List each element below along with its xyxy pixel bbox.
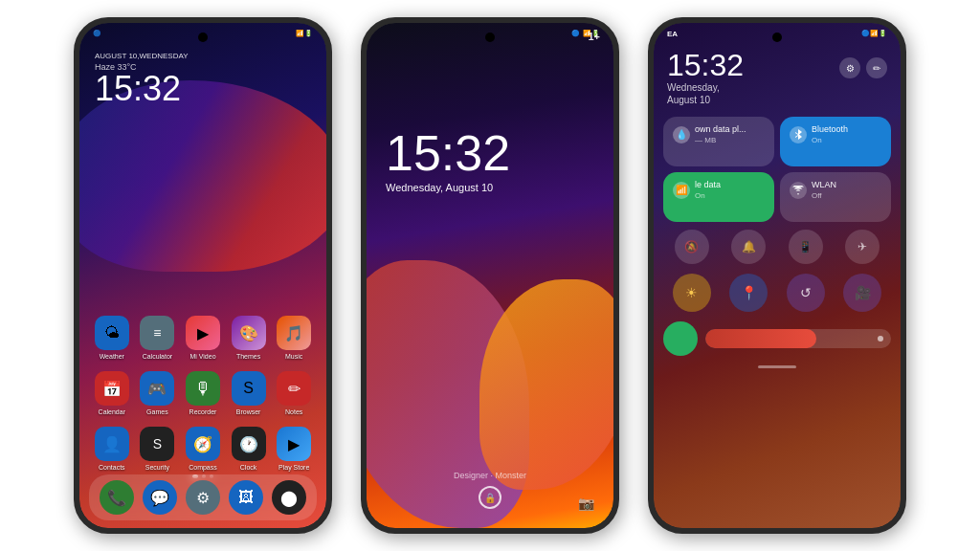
app-security[interactable]: S Security (137, 427, 177, 471)
app-recorder[interactable]: 🎙 Recorder (183, 371, 223, 415)
tile-mobile-top: 📶 le data On (673, 180, 765, 200)
tile-data[interactable]: 💧 own data pl... — MB (663, 117, 774, 166)
battery-dot (878, 336, 883, 342)
browser-label: Browser (236, 408, 261, 415)
volume-up-button[interactable] (74, 80, 78, 99)
tile-bluetooth-top: Bluetooth On (790, 124, 881, 144)
edit-icon[interactable]: ✏ (866, 57, 887, 78)
themes-icon: 🎨 (232, 316, 266, 350)
toggle-vibrate[interactable]: 🔔 (731, 230, 766, 264)
toggle-screen[interactable]: 📱 (789, 230, 823, 264)
weather-condition: Haze 33°C (95, 62, 189, 72)
dock-settings[interactable]: ⚙ (186, 480, 220, 515)
quick-tiles-grid: 💧 own data pl... — MB (654, 117, 901, 222)
volume-up-button-3[interactable] (648, 80, 652, 99)
front-camera (198, 33, 208, 42)
contacts-icon: 👤 (95, 427, 129, 461)
recorder-label: Recorder (189, 408, 217, 415)
tile-wlan-top: WLAN Off (790, 180, 881, 200)
phone2-screen: 🔵 📶🔋 1+ 15:32 Wednesday, August 10 Desig… (367, 23, 613, 528)
games-icon: 🎮 (140, 371, 174, 406)
lock-bottom: Designer · Monster 🔒 (367, 471, 613, 509)
power-button[interactable] (328, 99, 332, 128)
mivideo-label: Mi Video (189, 353, 215, 360)
tile-mobile-data[interactable]: 📶 le data On (663, 172, 774, 222)
alert-slider[interactable] (361, 109, 365, 128)
phone-1: 🔵 📶🔋 AUGUST 10,WEDNESDAY Haze 33°C 15:32… (74, 17, 332, 534)
app-browser[interactable]: S Browser (229, 371, 269, 415)
designer-credit: Designer · Monster (454, 471, 526, 480)
clock-label: Clock (240, 464, 257, 471)
status-right-3: 🔵📶🔋 (861, 30, 887, 37)
security-label: Security (145, 464, 169, 471)
lock-icon[interactable]: 🔒 (479, 486, 501, 509)
volume-down-button-3[interactable] (648, 103, 652, 132)
status-left: 🔵 (93, 30, 101, 37)
app-calculator[interactable]: ≡ Calculator (137, 316, 177, 360)
security-icon: S (140, 427, 174, 461)
slider-row (654, 316, 901, 362)
calendar-label: Calendar (99, 408, 125, 415)
playstore-icon: ▶ (277, 427, 311, 461)
app-playstore[interactable]: ▶ Play Store (274, 427, 314, 471)
time-text: 15:32 (95, 72, 189, 106)
volume-down-button[interactable] (74, 103, 78, 132)
toggle-location[interactable]: 📍 (729, 274, 768, 312)
app-weather[interactable]: 🌤 Weather (92, 316, 132, 360)
app-games[interactable]: 🎮 Games (137, 371, 177, 415)
app-contacts[interactable]: 👤 Contacts (92, 427, 132, 471)
wlan-tile-text: WLAN Off (812, 180, 836, 200)
cc-date-line2: August 10 (667, 95, 744, 105)
lock-date: Wednesday, August 10 (386, 182, 510, 193)
toggle-silent[interactable]: 🔕 (675, 230, 709, 264)
dock-gallery[interactable]: 🖼 (229, 480, 263, 515)
app-notes[interactable]: ✏ Notes (274, 371, 314, 415)
app-compass[interactable]: 🧭 Compass (183, 427, 223, 471)
phone1-screen: 🔵 📶🔋 AUGUST 10,WEDNESDAY Haze 33°C 15:32… (79, 23, 326, 528)
games-label: Games (146, 408, 168, 415)
notes-label: Notes (285, 408, 302, 415)
dock-messages[interactable]: 💬 (143, 480, 177, 515)
phone3-screen: EA 🔵📶🔋 15:32 Wednesday, August 10 ⚙ ✏ (654, 23, 901, 528)
cc-time: 15:32 (667, 50, 744, 80)
front-camera-3 (772, 33, 782, 42)
app-music[interactable]: 🎵 Music (274, 316, 314, 360)
tile-bluetooth[interactable]: Bluetooth On (780, 117, 891, 166)
toggle-airplane[interactable]: ✈ (845, 230, 880, 264)
power-button-2[interactable] (615, 90, 619, 128)
clock-icon: 🕐 (232, 427, 266, 461)
settings-icon[interactable]: ⚙ (839, 57, 860, 78)
music-icon: 🎵 (277, 316, 311, 350)
mobile-data-tile-text: le data On (695, 180, 721, 200)
data-tile-icon: 💧 (673, 126, 690, 143)
phone1-wave (79, 80, 326, 272)
calculator-icon: ≡ (140, 316, 174, 350)
battery-bar (705, 329, 891, 348)
bluetooth-tile-icon (790, 126, 807, 143)
cc-header-icons: ⚙ ✏ (839, 57, 887, 78)
dock-camera[interactable]: ⬤ (272, 480, 306, 515)
toggle-brightness[interactable]: ☀ (673, 274, 711, 312)
tile-wlan[interactable]: WLAN Off (780, 172, 891, 222)
green-circle[interactable] (663, 321, 698, 356)
toggle-rotation[interactable]: ↺ (787, 274, 825, 312)
notes-icon: ✏ (277, 371, 311, 406)
app-themes[interactable]: 🎨 Themes (229, 316, 269, 360)
app-row-3: 👤 Contacts S Security 🧭 Compass 🕐 Clock … (89, 427, 317, 471)
calculator-label: Calculator (143, 353, 173, 360)
app-calendar[interactable]: 📅 Calendar (92, 371, 132, 415)
weather-label: Weather (100, 353, 124, 360)
cc-date-line1: Wednesday, (667, 82, 744, 93)
camera-shortcut[interactable]: 📷 (578, 496, 594, 511)
dock: 📞 💬 ⚙ 🖼 ⬤ (89, 474, 317, 520)
dock-phone[interactable]: 📞 (100, 480, 134, 515)
themes-label: Themes (236, 353, 260, 360)
app-mivideo[interactable]: ▶ Mi Video (183, 316, 223, 360)
app-row-2: 📅 Calendar 🎮 Games 🎙 Recorder S Browser … (89, 371, 317, 415)
small-toggles-row: 🔕 🔔 📱 ✈ (654, 224, 901, 270)
toggle-video[interactable]: 🎥 (843, 274, 881, 312)
mobile-data-tile-icon: 📶 (673, 182, 690, 199)
power-button-3[interactable] (902, 99, 906, 128)
date-text: AUGUST 10,WEDNESDAY (95, 52, 189, 60)
app-clock[interactable]: 🕐 Clock (229, 427, 269, 471)
